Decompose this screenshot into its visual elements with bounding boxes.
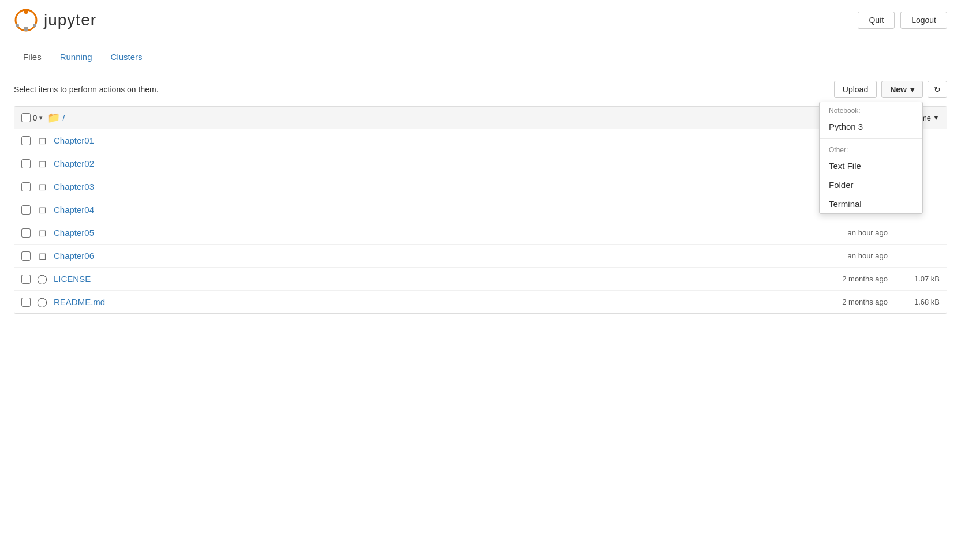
file-date: 2 months ago	[818, 298, 888, 306]
svg-point-1	[24, 9, 28, 14]
logo-text: jupyter	[44, 11, 96, 29]
file-row-left: ◻ Chapter01	[36, 135, 772, 146]
toolbar-right: Upload New ▾ ↻ Notebook: Python 3 Other:…	[834, 81, 947, 98]
file-row-right: an hour ago	[778, 251, 940, 260]
header: jupyter Quit Logout	[0, 0, 961, 40]
file-date: an hour ago	[818, 228, 888, 237]
file-checkbox[interactable]	[21, 251, 31, 261]
tab-bar: Files Running Clusters	[0, 46, 961, 69]
file-row-left: ◯ LICENSE	[36, 273, 772, 284]
jupyter-logo-icon	[14, 8, 38, 32]
file-checkbox[interactable]	[21, 205, 31, 215]
file-checkbox[interactable]	[21, 298, 31, 307]
select-hint: Select items to perform actions on them.	[14, 85, 159, 94]
file-row-left: ◻ Chapter04	[36, 204, 772, 215]
refresh-button[interactable]: ↻	[928, 81, 947, 98]
toolbar: Select items to perform actions on them.…	[14, 81, 947, 98]
dropdown-text-file[interactable]: Text File	[820, 156, 922, 175]
file-row: ◻ Chapter05 an hour ago	[14, 221, 947, 245]
file-list-header-left: 0 ▾ 📁 /	[21, 111, 905, 124]
file-row-left: ◻ Chapter03	[36, 181, 772, 192]
folder-icon: ◻	[36, 158, 48, 169]
tab-files[interactable]: Files	[14, 46, 51, 69]
file-row-left: ◯ README.md	[36, 296, 772, 307]
file-row: ◻ Chapter01	[14, 129, 947, 152]
breadcrumb-path: /	[62, 113, 65, 123]
folder-icon: ◻	[36, 135, 48, 146]
file-checkbox[interactable]	[21, 228, 31, 238]
file-row-right: 2 months ago 1.07 kB	[778, 275, 940, 283]
new-button-caret: ▾	[910, 85, 914, 94]
file-row: ◻ Chapter03	[14, 175, 947, 198]
file-date: an hour ago	[818, 251, 888, 260]
file-name-link[interactable]: LICENSE	[54, 274, 91, 284]
file-list-container: 0 ▾ 📁 / Name ▼ ◻ Chapter01	[14, 106, 947, 314]
new-button[interactable]: New ▾	[881, 81, 923, 98]
svg-point-2	[24, 27, 28, 31]
file-checkbox[interactable]	[21, 275, 31, 284]
file-name-link[interactable]: README.md	[54, 297, 105, 307]
folder-icon: 📁	[47, 111, 60, 124]
file-checkbox[interactable]	[21, 136, 31, 145]
folder-icon: ◻	[36, 181, 48, 192]
select-all-checkbox[interactable]	[21, 113, 31, 122]
file-date: 2 months ago	[818, 275, 888, 283]
file-list-header: 0 ▾ 📁 / Name ▼	[14, 107, 947, 129]
folder-icon: ◻	[36, 250, 48, 261]
new-dropdown-menu: Notebook: Python 3 Other: Text File Fold…	[819, 102, 923, 214]
count-dropdown-arrow[interactable]: ▾	[39, 114, 43, 122]
file-row-right: an hour ago	[778, 228, 940, 237]
file-name-link[interactable]: Chapter03	[54, 182, 94, 191]
logout-button[interactable]: Logout	[900, 12, 947, 29]
file-name-link[interactable]: Chapter06	[54, 251, 94, 261]
notebook-section-label: Notebook:	[820, 102, 922, 117]
svg-point-3	[16, 24, 19, 27]
logo: jupyter	[14, 8, 96, 32]
dropdown-terminal[interactable]: Terminal	[820, 194, 922, 213]
file-name-link[interactable]: Chapter04	[54, 205, 94, 215]
checkbox-count: 0 ▾	[21, 113, 43, 122]
file-icon: ◯	[36, 273, 48, 284]
folder-icon: ◻	[36, 227, 48, 238]
file-name-link[interactable]: Chapter02	[54, 159, 94, 168]
file-name-link[interactable]: Chapter01	[54, 136, 94, 145]
dropdown-divider	[820, 138, 922, 139]
file-size: 1.07 kB	[905, 275, 940, 283]
file-row-right: 2 months ago 1.68 kB	[778, 298, 940, 306]
upload-button[interactable]: Upload	[834, 81, 877, 98]
file-row: ◯ LICENSE 2 months ago 1.07 kB	[14, 268, 947, 291]
file-row-left: ◻ Chapter05	[36, 227, 772, 238]
dropdown-folder[interactable]: Folder	[820, 175, 922, 194]
tab-clusters[interactable]: Clusters	[102, 46, 152, 69]
header-buttons: Quit Logout	[858, 12, 947, 29]
folder-icon: ◻	[36, 204, 48, 215]
content-area: Select items to perform actions on them.…	[0, 69, 961, 325]
file-row: ◯ README.md 2 months ago 1.68 kB	[14, 291, 947, 313]
dropdown-python3[interactable]: Python 3	[820, 117, 922, 136]
file-icon: ◯	[36, 296, 48, 307]
other-section-label: Other:	[820, 141, 922, 156]
file-row: ◻ Chapter02	[14, 152, 947, 175]
sort-arrow-icon: ▼	[933, 114, 940, 122]
tab-running[interactable]: Running	[51, 46, 102, 69]
selected-count: 0	[33, 114, 37, 122]
file-row-left: ◻ Chapter06	[36, 250, 772, 261]
file-checkbox[interactable]	[21, 182, 31, 191]
new-button-label: New	[890, 85, 907, 94]
breadcrumb: 📁 /	[47, 111, 65, 124]
file-checkbox[interactable]	[21, 159, 31, 168]
file-row: ◻ Chapter04	[14, 198, 947, 221]
file-row: ◻ Chapter06 an hour ago	[14, 245, 947, 268]
quit-button[interactable]: Quit	[858, 12, 895, 29]
file-name-link[interactable]: Chapter05	[54, 228, 94, 238]
file-size: 1.68 kB	[905, 298, 940, 306]
svg-point-4	[33, 24, 36, 27]
file-row-left: ◻ Chapter02	[36, 158, 772, 169]
